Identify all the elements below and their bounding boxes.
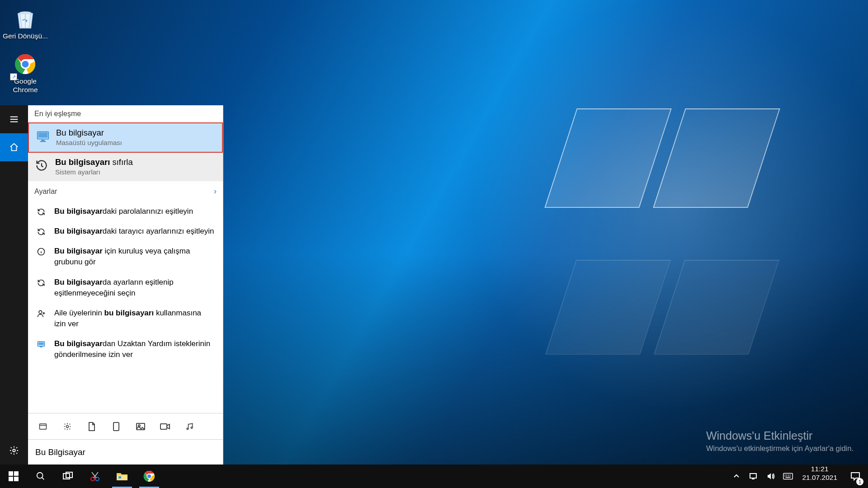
settings-item-label: Aile üyelerinin bu bilgisayarı kullanmas… (54, 308, 215, 329)
settings-item-label: Bu bilgisayardaki tarayıcı ayarlarınızı … (54, 226, 214, 237)
activation-watermark: Windows'u Etkinleştir Windows'u etkinleş… (706, 429, 854, 453)
svg-rect-7 (40, 141, 46, 142)
taskbar-app-explorer[interactable] (108, 465, 136, 488)
settings-item-workgroup[interactable]: Bu bilgisayar için kuruluş veya çalışma … (28, 241, 223, 272)
monitor-icon (36, 130, 50, 143)
taskbar-app-chrome[interactable] (136, 465, 163, 488)
filter-apps-icon[interactable] (37, 421, 49, 432)
start-rail (0, 105, 28, 465)
result-title: Bu bilgisayarı sıfırla (55, 157, 215, 167)
svg-rect-11 (38, 343, 44, 345)
svg-rect-23 (14, 477, 19, 481)
search-input-row (28, 439, 223, 465)
settings-item-sync-browser[interactable]: Bu bilgisayardaki tarayıcı ayarlarınızı … (28, 221, 223, 241)
filter-documents-icon[interactable] (86, 421, 98, 432)
filter-photos-icon[interactable] (135, 421, 146, 432)
history-icon (35, 159, 48, 172)
sync-icon (36, 207, 46, 217)
tray-network-icon[interactable] (749, 471, 759, 481)
svg-rect-12 (40, 424, 47, 429)
svg-rect-17 (160, 424, 167, 429)
settings-item-label: Bu bilgisayardan Uzaktan Yardım istekler… (54, 338, 215, 360)
search-filter-row (28, 413, 223, 439)
result-title: Bu bilgisayar (56, 128, 214, 138)
settings-item-label: Bu bilgisayarda ayarların eşitlenip eşit… (54, 277, 215, 299)
system-tray (728, 465, 797, 488)
filter-music-icon[interactable] (184, 421, 195, 432)
sync-icon (36, 227, 46, 237)
svg-point-3 (13, 449, 15, 452)
settings-item-label: Bu bilgisayar için kuruluş veya çalışma … (54, 246, 215, 267)
settings-item-remote-assist[interactable]: Bu bilgisayardan Uzaktan Yardım istekler… (28, 334, 223, 365)
filter-settings-icon[interactable] (61, 421, 73, 432)
svg-rect-6 (41, 140, 45, 141)
clock-time: 11:21 (802, 465, 837, 473)
start-search-panel: En iyi eşleşme Bu bilgisayar Masaüstü uy… (0, 105, 223, 465)
sync-icon (36, 278, 46, 288)
desktop-icon-label: Google Chrome (3, 77, 48, 94)
svg-point-13 (66, 425, 69, 427)
rail-settings-button[interactable] (0, 436, 28, 465)
rail-hamburger-button[interactable] (0, 105, 28, 133)
desktop-icon-recycle-bin[interactable]: Geri Dönüşü... (3, 5, 48, 50)
svg-rect-5 (38, 133, 48, 138)
tray-ime-icon[interactable] (783, 471, 793, 481)
settings-item-family[interactable]: Aile üyelerinin bu bilgisayarı kullanmas… (28, 303, 223, 334)
settings-item-sync-settings[interactable]: Bu bilgisayarda ayarların eşitlenip eşit… (28, 272, 223, 303)
svg-rect-29 (117, 475, 127, 480)
svg-point-18 (187, 428, 188, 429)
notification-badge: 1 (856, 478, 863, 485)
desktop-icon-chrome[interactable]: ↗ Google Chrome (3, 50, 48, 95)
taskbar: 11:21 21.07.2021 1 (0, 465, 868, 488)
svg-rect-22 (9, 477, 13, 481)
clock-date: 21.07.2021 (802, 473, 837, 482)
rail-home-button[interactable] (0, 133, 28, 161)
filter-videos-icon[interactable] (159, 421, 171, 432)
task-view-button[interactable] (54, 465, 81, 488)
recycle-bin-icon (14, 7, 37, 31)
filter-web-icon[interactable] (110, 421, 122, 432)
settings-header-label: Ayarlar (34, 188, 57, 196)
result-subtitle: Masaüstü uygulaması (56, 139, 214, 146)
svg-rect-21 (14, 471, 19, 476)
desktop-icon-label: Geri Dönüşü... (3, 32, 48, 40)
svg-point-19 (191, 427, 192, 428)
best-match-header: En iyi eşleşme (28, 105, 223, 122)
chrome-icon (14, 52, 37, 76)
svg-point-24 (37, 473, 43, 479)
result-reset-pc[interactable]: Bu bilgisayarı sıfırla Sistem ayarları (28, 153, 223, 181)
tray-volume-icon[interactable] (766, 471, 776, 481)
result-this-pc[interactable]: Bu bilgisayar Masaüstü uygulaması (28, 122, 223, 153)
tray-overflow-icon[interactable] (731, 471, 741, 481)
monitor-small-icon (36, 339, 46, 349)
svg-point-9 (39, 310, 42, 314)
search-input[interactable] (35, 447, 216, 457)
shortcut-arrow-icon: ↗ (10, 73, 17, 80)
chevron-right-icon: › (214, 187, 217, 196)
info-icon (36, 247, 46, 257)
settings-section-header[interactable]: Ayarlar › (28, 181, 223, 202)
taskbar-clock[interactable]: 11:21 21.07.2021 (797, 465, 843, 488)
svg-rect-20 (9, 471, 13, 476)
start-button[interactable] (0, 465, 27, 488)
person-icon (36, 309, 46, 319)
settings-item-label: Bu bilgisayardaki parolalarınızı eşitley… (54, 206, 193, 217)
result-subtitle: Sistem ayarları (55, 168, 215, 176)
taskbar-search-button[interactable] (27, 465, 54, 488)
svg-rect-30 (118, 476, 121, 479)
action-center-button[interactable]: 1 (843, 465, 868, 488)
svg-rect-34 (750, 474, 756, 478)
watermark-title: Windows'u Etkinleştir (706, 429, 854, 442)
settings-item-sync-passwords[interactable]: Bu bilgisayardaki parolalarınızı eşitley… (28, 202, 223, 221)
watermark-subtitle: Windows'u etkinleştirmek için Ayarlar'a … (706, 444, 854, 453)
taskbar-app-snipping[interactable] (81, 465, 108, 488)
